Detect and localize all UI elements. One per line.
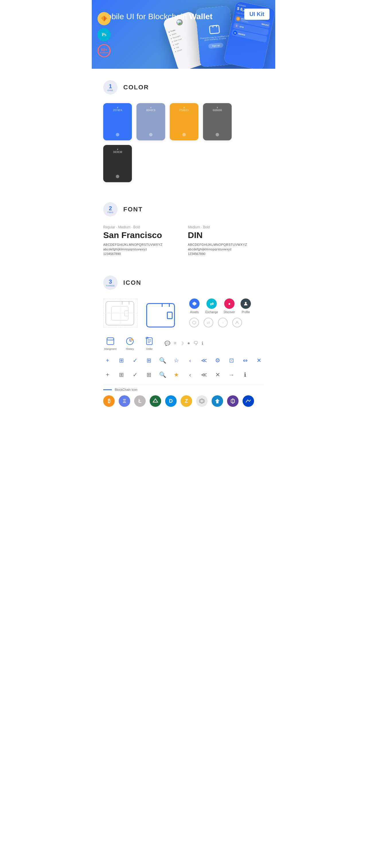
check-icon-gray: ✓	[131, 370, 139, 379]
app-icons-row: Mangment History	[103, 336, 264, 350]
font-word: TWO	[107, 211, 114, 214]
hero-badges: Ps 60+ Screens	[97, 12, 111, 57]
x-icon-gray: ✕	[213, 370, 222, 379]
phone-tagline: Characters may be modified in thegiven m…	[200, 35, 230, 41]
color-label-orange: #F5A623	[179, 106, 189, 112]
color-section: 1 ONE COLOR #3574FA #8DA0C8 #F5A623 #666…	[103, 69, 264, 191]
history-svg	[125, 337, 134, 345]
sf-name: San Francisco	[103, 230, 179, 240]
font-section-header: 2 TWO FONT	[103, 202, 264, 217]
small-icons-row-blue: + ⊞ ✓ ⊞ 🔍 ☆ ‹ ≪ ⚙ ⊡ ⇔ ✕	[103, 356, 264, 365]
blockchain-label: BlockChain Icon	[103, 388, 264, 391]
profile-outline-svg	[235, 320, 239, 324]
back-icon: ‹	[186, 356, 194, 365]
hero-title-bold: Wallet	[189, 12, 213, 21]
hero-section: Mobile UI for Blockchain Wallet UI Kit ■…	[92, 0, 275, 69]
settings-icon: ⚙	[213, 356, 222, 365]
polymath-svg	[230, 398, 236, 404]
font-number: 2	[109, 206, 112, 211]
color-title: COLOR	[123, 84, 149, 91]
management-label: Mangment	[104, 347, 117, 350]
assets-icon	[189, 299, 200, 309]
din-lower: abcdefghijklmnopqrstuvwxyz	[188, 248, 264, 251]
strat-icon	[211, 395, 223, 407]
history-icon-item: History	[123, 336, 137, 350]
grid-icon-gray: ⊞	[117, 370, 125, 379]
color-swatch-orange: #F5A623	[170, 103, 198, 141]
din-nums: 1234567890	[188, 252, 264, 255]
management-icon-item: Mangment	[103, 336, 117, 350]
share-icon: ≪	[200, 356, 208, 365]
exchange-outline-sym: ⇄	[207, 320, 210, 325]
search-icon: 🔍	[158, 356, 167, 365]
svg-rect-10	[107, 338, 114, 340]
hero-title: Mobile UI for Blockchain Wallet	[101, 11, 266, 22]
screens-number: 60+	[101, 48, 107, 52]
profile-label: Profile	[242, 311, 250, 314]
order-label: Order	[146, 347, 152, 350]
icon-title: ICON	[123, 279, 141, 286]
sf-upper: ABCDEFGHIJKLMNOPQRSTUVWXYZ	[103, 243, 179, 246]
nav-icons-group: Assets ⇄ Exchange ● Discover	[189, 299, 251, 328]
waves-svg	[246, 398, 251, 404]
font-section-number: 2 TWO	[103, 202, 117, 217]
small-icons-row-gray: + ⊞ ✓ ⊞ 🔍 ★ ‹ ≪ ✕ → ℹ	[103, 370, 264, 379]
color-dot-orange	[182, 133, 186, 136]
svg-marker-23	[200, 399, 204, 403]
nav-icons-filled: Assets ⇄ Exchange ● Discover	[189, 299, 251, 314]
profile-svg	[244, 301, 248, 306]
assets-outline-icon	[189, 318, 199, 328]
hero-title-normal: Mobile UI for Blockchain	[101, 12, 189, 21]
sketch-badge	[97, 12, 111, 25]
qr-icon-gray: ⊞	[144, 370, 153, 379]
box-icon-gray: →	[227, 370, 236, 379]
svg-marker-7	[192, 321, 196, 324]
neo-svg	[152, 398, 158, 404]
color-label-blue: #3574FA	[113, 106, 122, 112]
zcash-icon: Z	[181, 395, 192, 407]
share-icon-gray: ≪	[200, 370, 208, 379]
exchange-label: Exchange	[205, 311, 218, 314]
sf-lower: abcdefghijklmnopqrstuvwxyz	[103, 248, 179, 251]
color-word: ONE	[108, 89, 113, 92]
svg-line-16	[131, 340, 132, 340]
management-svg	[106, 337, 115, 345]
color-swatch-dark: #303030	[103, 145, 132, 182]
circle-icon: ●	[187, 341, 190, 346]
color-label-dark: #303030	[113, 148, 122, 154]
order-svg	[145, 337, 154, 345]
color-dot-blue	[116, 133, 119, 136]
speech-icon: 💬	[165, 341, 170, 346]
wallet-solid-icon	[146, 303, 175, 328]
exchange-icon: ⇄	[206, 299, 217, 309]
management-icon	[105, 336, 116, 346]
blockchain-line	[103, 389, 112, 390]
history-label: History	[126, 347, 134, 350]
font-section: 2 TWO FONT Regular · Medium · Bold San F…	[103, 191, 264, 264]
check-icon: ✓	[131, 356, 139, 365]
star-icon: ☆	[172, 356, 181, 365]
nav-icons-outline: ⇄ ○	[189, 318, 251, 328]
signup-button[interactable]: Sign up	[208, 42, 223, 49]
color-number: 1	[109, 83, 112, 89]
color-grid: #3574FA #8DA0C8 #F5A623 #666666 #303030	[103, 103, 264, 182]
assets-icon-item: Assets	[189, 299, 200, 314]
assets-svg	[192, 301, 197, 306]
exchange-symbol: ⇄	[210, 301, 214, 307]
wallet-icon-mid	[209, 25, 220, 34]
swap-icon: ⇔	[241, 356, 250, 365]
chat-icon: 🗨	[194, 341, 198, 346]
color-label-slate: #8DA0C8	[146, 106, 156, 112]
qr-icon: ⊞	[144, 356, 153, 365]
din-upper: ABCDEFGHIJKLMNOPQRSTUVWXYZ	[188, 243, 264, 246]
exchange-outline-icon: ⇄	[204, 318, 213, 328]
wallet-wireframe-container	[103, 299, 138, 328]
color-dot-dark	[116, 175, 119, 178]
guideline-horizontal	[103, 313, 138, 313]
svg-marker-22	[153, 399, 158, 402]
dash-icon: D	[165, 395, 177, 407]
discover-label: Discover	[224, 311, 235, 314]
discover-symbol: ●	[228, 301, 230, 306]
ltc-icon: Ł	[134, 395, 146, 407]
order-icon	[144, 336, 154, 346]
